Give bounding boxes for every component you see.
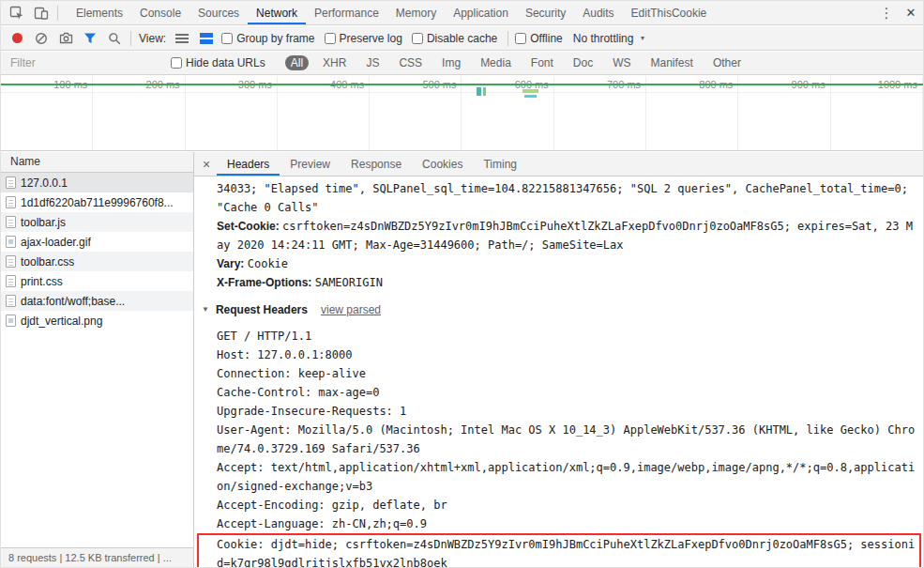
request-row[interactable]: data:font/woff;base... <box>1 291 193 311</box>
main-tab[interactable]: Sources <box>189 1 248 24</box>
response-header-overflow-text: 34033; "Elapsed time", SQLPanel_sql_time… <box>217 179 919 217</box>
checkbox-label: Group by frame <box>236 32 314 45</box>
inspect-element-button[interactable] <box>5 1 29 24</box>
main-tab[interactable]: Performance <box>306 1 387 24</box>
show-overview-button[interactable] <box>194 26 219 50</box>
request-row[interactable]: toolbar.css <box>1 252 193 271</box>
main-tab[interactable]: Network <box>248 1 306 24</box>
checkbox-input[interactable] <box>515 33 526 44</box>
timeline-column: 500 ms <box>370 76 462 150</box>
request-name: 127.0.0.1 <box>21 177 68 190</box>
view-label: View: <box>139 32 166 45</box>
request-row[interactable]: 1d1df6220ab711e9996760f8... <box>1 192 193 212</box>
main-tab[interactable]: Console <box>131 1 189 24</box>
resource-type-filter[interactable]: Doc <box>568 55 598 70</box>
capture-screenshots-button[interactable] <box>53 26 78 50</box>
toolbar-checkbox[interactable]: Disable cache <box>412 32 497 45</box>
disclosure-triangle-icon[interactable]: ▼ <box>202 300 209 319</box>
request-name: djdt_vertical.png <box>21 315 102 328</box>
hide-data-urls-checkbox[interactable]: Hide data URLs <box>171 56 265 69</box>
request-row[interactable]: 127.0.0.1 <box>1 173 193 192</box>
chevron-down-icon: ▼ <box>639 35 645 41</box>
filter-funnel-icon <box>83 32 97 44</box>
main-tab[interactable]: Memory <box>387 1 445 24</box>
filter-button[interactable] <box>78 26 102 50</box>
main-tab[interactable]: Application <box>445 1 517 24</box>
resource-type-filter[interactable]: Font <box>525 55 559 70</box>
toolbar-checkboxes: Group by frame Preserve log Disable cach… <box>219 32 504 45</box>
request-row[interactable]: djdt_vertical.png <box>1 311 193 330</box>
view-parsed-link[interactable]: view parsed <box>321 300 381 319</box>
checkbox-input[interactable] <box>171 57 182 69</box>
timeline-overview[interactable]: 100 ms 200 ms 300 ms 400 ms 500 ms 600 m… <box>1 76 923 151</box>
main-tab[interactable]: EditThisCookie <box>623 1 716 24</box>
overview-view-icon <box>200 33 213 44</box>
throttling-dropdown[interactable]: No throttling ▼ <box>573 32 646 45</box>
checkbox-input[interactable] <box>412 33 423 44</box>
request-headers-section[interactable]: ▼ Request Headers view parsed <box>202 300 919 319</box>
request-header-line: Cookie: djdt=hide; csrftoken=z4sDnWBZDz5… <box>197 533 921 567</box>
timeline-green-line <box>1 84 923 85</box>
request-name: ajax-loader.gif <box>21 236 91 249</box>
stylesheet-icon <box>6 255 16 268</box>
record-button[interactable] <box>5 26 29 50</box>
timeline-column: 200 ms <box>93 76 185 150</box>
toolbar-checkbox[interactable]: Group by frame <box>221 32 314 45</box>
resource-type-filter[interactable]: Other <box>707 55 747 70</box>
search-button[interactable] <box>102 26 127 50</box>
toolbar-checkbox[interactable]: Preserve log <box>325 32 402 45</box>
image-icon <box>6 236 16 248</box>
request-name: 1d1df6220ab711e9996760f8... <box>21 196 174 209</box>
clear-button[interactable] <box>29 26 53 50</box>
offline-checkbox[interactable]: Offline <box>515 32 562 45</box>
details-tab[interactable]: Headers <box>217 152 280 176</box>
checkbox-input[interactable] <box>325 33 336 44</box>
device-toolbar-icon <box>34 6 49 21</box>
timeline-column: 300 ms <box>186 76 278 150</box>
script-icon <box>6 216 16 228</box>
request-name: toolbar.css <box>21 255 74 269</box>
timeline-column: 100 ms <box>1 76 93 150</box>
timeline-request-bar <box>523 89 538 93</box>
resource-type-filter[interactable]: CSS <box>393 55 428 70</box>
main-tab[interactable]: Audits <box>574 1 622 24</box>
request-row[interactable]: toolbar.js <box>1 212 193 232</box>
resource-type-filter[interactable]: WS <box>607 55 636 70</box>
small-request-rows-button[interactable] <box>170 26 194 50</box>
response-header-line: Vary: Cookie <box>217 254 919 273</box>
kebab-menu-icon[interactable]: ⋮ <box>874 1 899 24</box>
stylesheet-icon <box>6 275 16 287</box>
throttling-value: No throttling <box>573 32 634 45</box>
checkbox-input[interactable] <box>221 33 233 44</box>
details-tab[interactable]: Preview <box>280 152 341 176</box>
request-row[interactable]: ajax-loader.gif <box>1 232 193 252</box>
request-name: data:font/woff;base... <box>21 295 125 308</box>
request-row[interactable]: print.css <box>1 271 193 291</box>
close-devtools-button[interactable]: ✕ <box>899 1 923 24</box>
close-details-icon[interactable]: × <box>196 157 217 172</box>
resource-type-filter[interactable]: All <box>285 55 309 70</box>
request-list-panel: Name 127.0.0.1 1d1df6220ab711e9996760f8.… <box>1 152 194 567</box>
requests-summary: 8 requests | 12.5 KB transferred | ... <box>8 552 172 563</box>
device-toolbar-button[interactable] <box>29 1 53 24</box>
details-tab[interactable]: Timing <box>473 152 527 176</box>
resource-type-filter[interactable]: Manifest <box>645 55 699 70</box>
filter-input[interactable] <box>8 54 154 71</box>
resource-type-filter[interactable]: Media <box>475 55 517 70</box>
resource-type-filter[interactable]: XHR <box>317 55 352 70</box>
details-tab[interactable]: Cookies <box>412 152 473 176</box>
filter-bar: Hide data URLs All XHR JS CSS Img Media … <box>1 52 923 75</box>
devtools-window: Elements Console Sources Network Perform… <box>0 0 924 568</box>
record-icon <box>12 33 23 43</box>
request-header-line: GET / HTTP/1.1 <box>217 327 919 345</box>
inspect-cursor-icon <box>9 6 24 21</box>
resource-type-filter[interactable]: JS <box>360 55 385 70</box>
details-tab[interactable]: Response <box>341 152 412 176</box>
status-bar: 8 requests | 12.5 KB transferred | ... <box>1 547 193 567</box>
headers-content[interactable]: 34033; "Elapsed time", SQLPanel_sql_time… <box>194 177 923 567</box>
resource-type-filter[interactable]: Img <box>436 55 466 70</box>
main-tab[interactable]: Elements <box>68 1 131 24</box>
name-column-header[interactable]: Name <box>1 152 193 173</box>
request-name: toolbar.js <box>21 216 66 229</box>
main-tab[interactable]: Security <box>517 1 574 24</box>
